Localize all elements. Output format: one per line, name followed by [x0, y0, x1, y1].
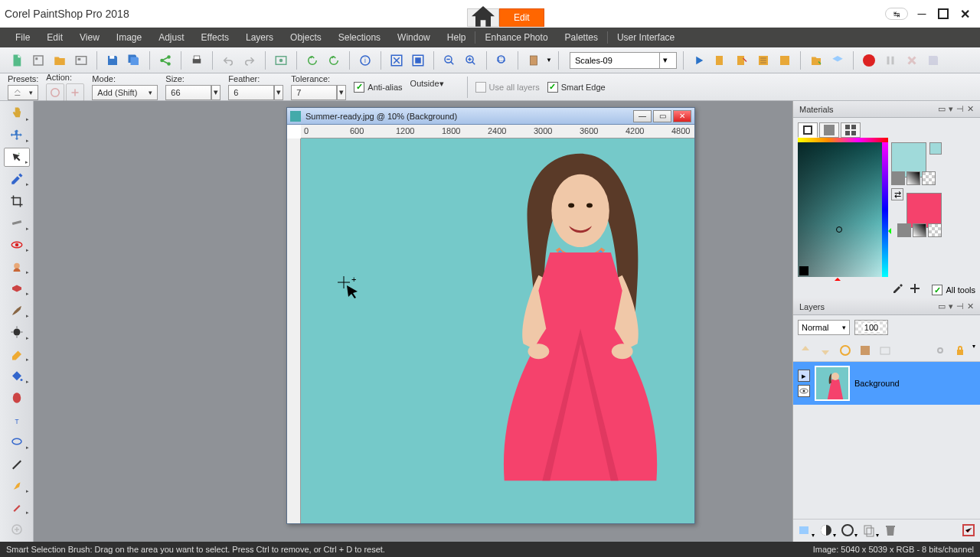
clone-tool[interactable]: ▸ [4, 279, 30, 298]
menu-adjust[interactable]: Adjust [151, 32, 191, 43]
rotate-right-icon[interactable] [325, 51, 343, 70]
makeover-tool[interactable]: ▸ [4, 257, 30, 276]
delete-layer-icon[interactable] [884, 523, 897, 539]
menu-layers[interactable]: Layers [238, 32, 281, 43]
layer-link-icon[interactable] [933, 343, 948, 358]
usealllayers-checkbox[interactable]: Use all layers [475, 82, 540, 93]
layer-up-icon[interactable] [798, 343, 813, 358]
swap-colors-icon[interactable]: ⇄ [891, 188, 903, 200]
antialias-checkbox[interactable]: Anti-alias [354, 82, 402, 93]
selection-tool[interactable]: ▸ [4, 148, 30, 167]
zoom-out-icon[interactable] [440, 51, 459, 70]
save-script-icon[interactable] [924, 51, 942, 70]
pen-tool[interactable] [4, 454, 30, 474]
swatch-c[interactable] [922, 171, 936, 185]
duplicate-layer-icon[interactable]: ▾ [862, 523, 879, 539]
new-template-icon[interactable] [29, 51, 47, 70]
tolerance-spinner[interactable]: ▾ [337, 85, 346, 100]
swatch-e[interactable] [913, 223, 926, 237]
presets-dropdown[interactable]: ▾ [8, 85, 38, 100]
panel-close-icon[interactable]: ✕ [967, 104, 974, 114]
panel-menu-icon[interactable]: ▾ [949, 104, 953, 114]
fit-window-icon[interactable] [387, 51, 406, 70]
crop-tool[interactable] [4, 191, 30, 210]
play-icon[interactable] [690, 51, 708, 70]
doc-minimize-button[interactable]: — [633, 110, 652, 122]
swatch-d[interactable] [897, 223, 911, 237]
paintbrush-tool[interactable]: ▸ [4, 301, 30, 320]
saveall-icon[interactable] [125, 51, 143, 70]
materials-header[interactable]: Materials ▭▾⊣✕ [793, 101, 980, 118]
save-icon[interactable] [103, 51, 122, 70]
menu-view[interactable]: View [72, 32, 107, 43]
record-icon[interactable] [860, 51, 878, 70]
oil-brush-tool[interactable]: ▸ [4, 498, 30, 517]
edit-tab[interactable]: Edit [499, 8, 544, 27]
add-tool[interactable] [4, 520, 30, 539]
text-tool[interactable]: T [4, 410, 30, 429]
panel-menu-icon[interactable]: ▾ [949, 301, 953, 311]
black-white-reset[interactable] [799, 266, 808, 275]
pause-icon[interactable] [881, 51, 900, 70]
swatch-b[interactable] [906, 171, 920, 185]
pan-tool[interactable]: ▸ [4, 104, 30, 123]
move-tool[interactable]: ▸ [4, 126, 30, 145]
materials-tab-swatches[interactable] [841, 122, 861, 138]
zoom-in-icon[interactable] [462, 51, 480, 70]
layer-visibility-icon[interactable] [798, 385, 810, 397]
script-edit-icon[interactable] [733, 51, 751, 70]
layer-lock-icon[interactable] [952, 343, 968, 358]
resize-icon[interactable]: i [356, 51, 374, 70]
menu-enhance[interactable]: Enhance Photo [477, 32, 555, 43]
layer-mask-icon[interactable] [858, 343, 873, 358]
blend-mode-dropdown[interactable]: Normal▾ [798, 320, 850, 335]
document-titlebar[interactable]: Summer-ready.jpg @ 10% (Background) — ▭ … [287, 108, 694, 125]
redo-icon[interactable] [240, 51, 259, 70]
materials-tab-rainbow[interactable] [819, 122, 839, 138]
stop-icon[interactable] [903, 51, 921, 70]
menu-image[interactable]: Image [109, 32, 149, 43]
shape-tool[interactable]: ▸ [4, 432, 30, 451]
panel-pin-icon[interactable]: ⊣ [956, 104, 964, 114]
rotate-left-icon[interactable] [303, 51, 322, 70]
organizer-icon[interactable] [807, 51, 825, 70]
warp-tool[interactable]: ▸ [4, 476, 30, 495]
action-exclude-icon[interactable] [66, 83, 84, 102]
layers-header[interactable]: Layers ▭▾⊣✕ [793, 298, 980, 315]
action-include-icon[interactable] [46, 83, 64, 102]
layer-settings-icon[interactable] [962, 523, 975, 539]
paste-icon[interactable] [524, 51, 543, 70]
close-button[interactable]: ✕ [957, 8, 972, 20]
panel-close-icon[interactable]: ✕ [967, 301, 974, 311]
layer-down-icon[interactable] [818, 343, 833, 358]
feather-spinner[interactable]: ▾ [274, 85, 283, 100]
dropper-icon[interactable] [893, 283, 903, 294]
color-picker[interactable] [798, 142, 888, 277]
canvas[interactable]: + [301, 138, 694, 523]
feather-input[interactable]: 6 [228, 85, 274, 100]
panel-undock-icon[interactable]: ▭ [938, 301, 946, 311]
zoom-combo[interactable]: Scales-09▾ [570, 52, 677, 69]
lighten-tool[interactable]: ▸ [4, 323, 30, 342]
layer-fx-icon[interactable] [838, 343, 853, 358]
script-new-icon[interactable] [711, 51, 730, 70]
layer-expand-icon[interactable]: ▸ [798, 370, 810, 382]
menu-file[interactable]: File [8, 32, 38, 43]
layer-item-background[interactable]: ▸ Background [793, 362, 980, 405]
panel-undock-icon[interactable]: ▭ [938, 104, 946, 114]
open-icon[interactable] [51, 51, 69, 70]
help-icon[interactable]: ↹ [885, 8, 908, 20]
document-window[interactable]: Summer-ready.jpg @ 10% (Background) — ▭ … [286, 107, 695, 524]
fill-tool[interactable]: ▸ [4, 366, 30, 386]
add-swatch-icon[interactable] [910, 283, 920, 294]
straighten-tool[interactable]: ▸ [4, 213, 30, 233]
layers-icon[interactable] [828, 51, 847, 70]
foreground-mini[interactable] [929, 142, 942, 155]
menu-ui[interactable]: User Interface [609, 32, 682, 43]
minimize-button[interactable]: — [914, 8, 929, 20]
browse-icon[interactable] [72, 51, 90, 70]
opacity-input[interactable]: 100 [854, 320, 888, 335]
smartedge-checkbox[interactable]: Smart Edge [547, 82, 606, 93]
new-layer-icon[interactable]: ▾ [798, 523, 815, 539]
script-options-icon[interactable] [776, 51, 794, 70]
